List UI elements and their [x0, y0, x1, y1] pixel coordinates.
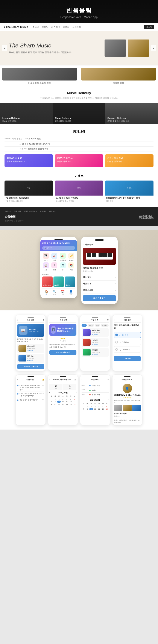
- cal2-day-7[interactable]: 7: [82, 408, 85, 410]
- cal-day-1[interactable]: 1: [53, 398, 57, 400]
- nav-item-home[interactable]: 홈으로: [32, 26, 39, 28]
- footer-link-about[interactable]: 회사소개: [4, 210, 12, 212]
- cal-day-4[interactable]: 4: [65, 398, 69, 400]
- cal2-day-13[interactable]: 13: [105, 408, 108, 410]
- footer-link-cs[interactable]: 고객센터: [40, 210, 46, 212]
- footer-link-privacy[interactable]: 개인정보처리방침: [24, 210, 37, 212]
- cal-day-19[interactable]: 19: [69, 403, 72, 406]
- view-more-button[interactable]: 레슨으로 이동하기: [17, 364, 44, 369]
- event-card-2[interactable]: 10% 스낙플랫폼 달리 이벤트달 스낙플랫폼 행사 이벤트: [55, 180, 103, 203]
- cal-day-today[interactable]: 9: [57, 400, 61, 403]
- cal2-day-2[interactable]: 2: [89, 405, 93, 408]
- cal-day-17[interactable]: 17: [61, 403, 64, 406]
- cal-day-7[interactable]: 7: [50, 400, 53, 403]
- footer-link-terms[interactable]: 이용약관: [14, 210, 21, 212]
- filter-tag-piano[interactable]: 피아노: [88, 324, 94, 327]
- cal2-day-11[interactable]: 11: [97, 408, 101, 410]
- cat-item-etc[interactable]: 🎵 기타: [59, 262, 67, 271]
- cal-day-8[interactable]: 8: [53, 400, 57, 403]
- nav-schedule[interactable]: 📅 일정: [61, 290, 64, 296]
- cal2-day-4[interactable]: 4: [97, 405, 101, 408]
- filter-tag-violin[interactable]: 바이올린: [101, 324, 108, 327]
- back-icon-signup[interactable]: ‹: [50, 319, 50, 321]
- promo-card-2[interactable]: 선생님이 되어요 수업료 등록 하기: [55, 154, 103, 167]
- delivery-lesson[interactable]: Lesson Delivery 레슨을 온라인으로: [0, 103, 53, 124]
- cal2-day-8[interactable]: 8: [86, 408, 89, 410]
- back-button[interactable]: ‹: [83, 244, 84, 246]
- filter-tag-all[interactable]: 전체: [82, 324, 87, 327]
- select-option-1[interactable]: ♩ 1:1 레슨: [114, 332, 141, 338]
- lesson-info-item-3[interactable]: 선생님 소개 ›: [83, 287, 116, 294]
- featured-item-1[interactable]: 피아노 레슨: [42, 276, 52, 287]
- cal-day-11[interactable]: 11: [65, 400, 69, 403]
- sub-banner-1[interactable]: 반음올림의 유통인 영상: [0, 66, 79, 87]
- signup-submit-button[interactable]: 레슨으로 이동하기: [50, 350, 76, 355]
- cal-day-10[interactable]: 10: [61, 400, 64, 403]
- footer-link-partner[interactable]: 파트너십: [49, 210, 56, 212]
- cal-prev-2[interactable]: ‹: [82, 399, 82, 401]
- promo-card-1[interactable]: 클래스이지털탈 한국어 방향으로 어교: [4, 154, 53, 167]
- back-icon-lesson[interactable]: ‹: [17, 319, 18, 321]
- cal-day-13[interactable]: 13: [73, 400, 76, 403]
- lesson-list-item-1[interactable]: 피아노 레슨 김태린 선생님 50,000원: [17, 344, 44, 353]
- phone1-search[interactable]: 🔍 검색하기: [42, 246, 75, 250]
- cal2-day-3[interactable]: 3: [93, 405, 97, 408]
- filter-lesson-item-3[interactable]: 바이올린 이수진 선생님 60,000원: [82, 348, 108, 357]
- filter-tag-guitar[interactable]: 기타: [95, 324, 100, 327]
- nav-item-teacher[interactable]: 선생님: [42, 26, 48, 28]
- lesson-list-item-2[interactable]: 기타 레슨 박준 선생님 40,000원: [17, 354, 44, 363]
- featured-item-2[interactable]: 홈 레슨: [54, 276, 64, 287]
- cal-day-3[interactable]: 3: [61, 398, 64, 400]
- cal2-day-1[interactable]: 1: [86, 405, 89, 408]
- event-card-3[interactable]: 이벤트 반음올림에서 스마 활용 방법 알아 보기 이용 안내: [105, 180, 154, 203]
- delivery-concert[interactable]: Concert Delivery 콘서트를 집에서 온라인으로: [105, 103, 158, 124]
- cat-item-drums[interactable]: 🥁 드럼: [42, 262, 50, 271]
- lesson-cta-button[interactable]: 레슨 신청하기: [83, 295, 116, 302]
- featured-item-3[interactable]: 클래스: [64, 276, 75, 287]
- nav-item-lesson[interactable]: 레슨이란: [51, 26, 60, 28]
- cat-item-violin[interactable]: 🎻 바이올린: [59, 253, 67, 262]
- cal2-day-5[interactable]: 5: [101, 405, 105, 408]
- select-option-3[interactable]: ♫ 클래스이다: [114, 346, 141, 353]
- nav-home[interactable]: 🏠 홈: [44, 290, 48, 296]
- back-icon-teacher[interactable]: ‹: [114, 378, 114, 381]
- cat-item-vocal[interactable]: 🎙 보컬: [51, 262, 58, 271]
- next-arrow-button[interactable]: ›: [151, 45, 156, 51]
- cal-prev[interactable]: ‹: [50, 392, 50, 394]
- event-card-1[interactable]: 7월 7월 LN 온라인 '달라진달라' 7월 이벤트 서비스 안내: [4, 180, 53, 203]
- cal-day-16[interactable]: 16: [57, 403, 61, 406]
- sub-banner-2[interactable]: 저자로 교육: [79, 66, 158, 87]
- filter-icon[interactable]: ⚙: [107, 319, 108, 321]
- filter-lesson-item-2[interactable]: 기타 레슨 박준 선생님 40,000원: [82, 338, 108, 347]
- cal-day-12[interactable]: 12: [69, 400, 72, 403]
- nav-search[interactable]: 🔍 검색: [52, 290, 56, 296]
- cal-day-6[interactable]: 6: [73, 398, 76, 400]
- cal2-day-12[interactable]: 12: [101, 408, 105, 410]
- cat-item-theory[interactable]: 📚 이론: [68, 262, 75, 271]
- cal-day-20[interactable]: 20: [73, 403, 76, 406]
- cal-day-18[interactable]: 18: [65, 403, 69, 406]
- cat-item-flute[interactable]: 🎺 플루트: [68, 253, 75, 262]
- back-icon-select[interactable]: ‹: [114, 319, 114, 321]
- back-icon-sched[interactable]: ‹: [82, 378, 82, 381]
- filter-lesson-item-1[interactable]: 피아노 레슨 김태린 선생님 50,000원: [82, 328, 108, 337]
- cat-item-guitar[interactable]: 🎸 기타: [51, 253, 58, 262]
- delivery-class[interactable]: Class Delivery 클래스를 만나보세요: [53, 103, 106, 124]
- cal-next-2[interactable]: ›: [108, 399, 108, 401]
- lesson-info-item-2[interactable]: 레슨 소개 ›: [83, 280, 116, 287]
- cal-day-15[interactable]: 15: [53, 403, 57, 406]
- cat-item-piano[interactable]: 🎹 피아노: [42, 253, 50, 262]
- cal2-day-6[interactable]: 6: [105, 405, 108, 408]
- back-icon-notif[interactable]: ‹: [17, 378, 18, 381]
- cal2-day-today[interactable]: 9: [89, 408, 93, 410]
- cal2-day-10[interactable]: 10: [93, 408, 97, 410]
- nav-mypage[interactable]: 👤 마이: [69, 290, 73, 296]
- cal-day-5[interactable]: 5: [69, 398, 72, 400]
- cal-day-14[interactable]: 14: [50, 403, 53, 406]
- lesson-info-item-1[interactable]: 레슨 정보 ›: [83, 274, 116, 280]
- promo-card-3[interactable]: 선생님이 되어요 레슨 방 신청하기: [105, 154, 154, 167]
- back-icon-filter[interactable]: ‹: [82, 319, 82, 321]
- select-confirm-button[interactable]: 다음으로: [114, 356, 141, 361]
- nav-item-event[interactable]: 이벤트: [63, 26, 69, 28]
- nav-item-notice[interactable]: 공지사항: [72, 26, 81, 28]
